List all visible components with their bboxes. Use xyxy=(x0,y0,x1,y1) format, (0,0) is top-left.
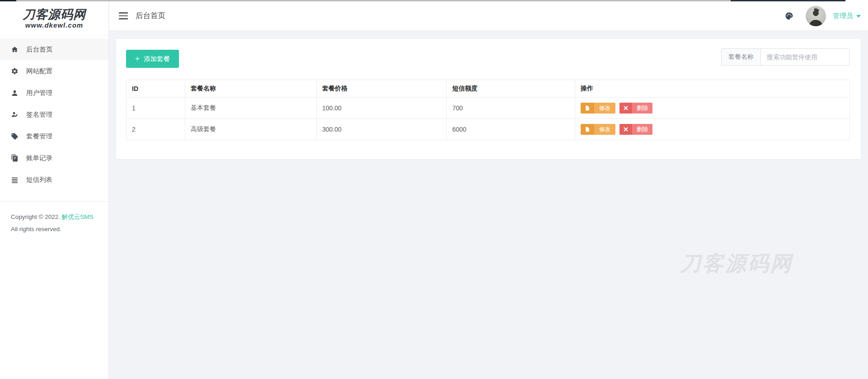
browser-edge-segment xyxy=(0,0,16,1)
sidebar: 刀客源码网 www.dkewl.com 后台首页 网站配置 用户管理 签名管 xyxy=(0,1,109,379)
edit-button[interactable]: 修改 xyxy=(581,103,615,114)
sidebar-item-signatures[interactable]: 签名管理 xyxy=(0,104,108,125)
list-icon xyxy=(10,175,19,184)
home-icon xyxy=(10,45,19,53)
document-icon xyxy=(581,103,594,114)
cell-price: 300.00 xyxy=(317,119,447,140)
add-package-label: 添加套餐 xyxy=(144,55,170,63)
add-package-button[interactable]: + 添加套餐 xyxy=(126,50,179,68)
delete-button-label: 删除 xyxy=(632,124,652,135)
gear-icon xyxy=(10,67,19,75)
delete-button[interactable]: 删除 xyxy=(619,103,652,114)
copyright-suffix: All rights reserved. xyxy=(11,226,61,232)
document-icon xyxy=(581,124,594,135)
edit-button-label: 修改 xyxy=(594,103,615,114)
sidebar-item-site-config[interactable]: 网站配置 xyxy=(0,60,108,82)
plus-icon: + xyxy=(135,54,140,63)
header: 后台首页 管理员 xyxy=(109,1,868,31)
copyright-prefix: Copyright © 2022. xyxy=(11,213,60,220)
main-content: + 添加套餐 套餐名称 ID 套餐名称 套餐价格 短信额度 操作 xyxy=(109,31,868,379)
user-name: 管理员 xyxy=(833,12,853,20)
sidebar-item-label: 后台首页 xyxy=(26,45,52,54)
close-icon xyxy=(619,103,632,114)
table-header-row: ID 套餐名称 套餐价格 短信额度 操作 xyxy=(127,80,850,98)
sidebar-item-label: 短信列表 xyxy=(26,175,52,184)
sidebar-item-label: 套餐管理 xyxy=(26,132,52,141)
edit-button[interactable]: 修改 xyxy=(581,124,615,135)
table-row: 2 高级套餐 300.00 6000 修改 xyxy=(127,119,850,140)
page-title: 后台首页 xyxy=(136,11,165,21)
cell-id: 1 xyxy=(127,98,185,119)
column-header-quota: 短信额度 xyxy=(447,80,575,98)
user-edit-icon xyxy=(10,110,19,118)
header-right: 管理员 xyxy=(783,6,861,26)
sidebar-item-label: 网站配置 xyxy=(26,67,52,76)
sidebar-item-billing[interactable]: 账单记录 xyxy=(0,147,108,169)
search-input[interactable] xyxy=(760,48,849,66)
sidebar-item-sms-list[interactable]: 短信列表 xyxy=(0,169,108,190)
cell-quota: 700 xyxy=(447,98,575,119)
browser-edge xyxy=(0,0,868,1)
browser-edge-segment xyxy=(845,0,868,1)
cell-id: 2 xyxy=(127,119,185,140)
logo-subtitle: www.dkewl.com xyxy=(25,21,83,29)
sidebar-menu: 后台首页 网站配置 用户管理 签名管理 套餐管理 xyxy=(0,36,108,190)
logo-title: 刀客源码网 xyxy=(23,8,86,21)
column-header-id: ID xyxy=(127,80,185,98)
row-actions: 修改 删除 xyxy=(581,103,844,114)
sidebar-item-label: 签名管理 xyxy=(26,110,52,119)
column-header-actions: 操作 xyxy=(575,80,850,98)
hamburger-icon[interactable] xyxy=(119,10,128,21)
watermark-text: 刀客源码网 xyxy=(680,250,793,278)
table-row: 1 基本套餐 100.00 700 修改 xyxy=(127,98,850,119)
column-header-price: 套餐价格 xyxy=(317,80,447,98)
row-actions: 修改 删除 xyxy=(581,124,844,135)
sidebar-item-packages[interactable]: 套餐管理 xyxy=(0,125,108,147)
cell-name: 高级套餐 xyxy=(185,119,317,140)
cell-name: 基本套餐 xyxy=(185,98,317,119)
search-field-label: 套餐名称 xyxy=(721,48,760,66)
sidebar-item-users[interactable]: 用户管理 xyxy=(0,82,108,104)
palette-icon[interactable] xyxy=(783,10,795,22)
close-icon xyxy=(619,124,632,135)
records-icon xyxy=(10,154,19,162)
copyright: Copyright © 2022. 解优云SMS All rights rese… xyxy=(0,202,108,235)
browser-edge-segment xyxy=(731,0,845,1)
caret-down-icon xyxy=(856,15,861,18)
delete-button[interactable]: 删除 xyxy=(619,124,652,135)
logo[interactable]: 刀客源码网 www.dkewl.com xyxy=(0,1,108,36)
user-icon xyxy=(10,89,19,97)
cell-price: 100.00 xyxy=(317,98,447,119)
copyright-link[interactable]: 解优云SMS xyxy=(62,213,94,220)
search-group: 套餐名称 xyxy=(721,48,849,66)
edit-button-label: 修改 xyxy=(594,124,615,135)
column-header-name: 套餐名称 xyxy=(185,80,317,98)
cell-quota: 6000 xyxy=(447,119,575,140)
sidebar-item-label: 用户管理 xyxy=(26,89,52,97)
avatar[interactable] xyxy=(806,6,826,26)
packages-table: ID 套餐名称 套餐价格 短信额度 操作 1 基本套餐 100.00 700 xyxy=(126,80,850,140)
sidebar-item-label: 账单记录 xyxy=(26,154,52,162)
content-card: + 添加套餐 套餐名称 ID 套餐名称 套餐价格 短信额度 操作 xyxy=(116,39,861,159)
tag-icon xyxy=(10,132,19,140)
sidebar-item-dashboard[interactable]: 后台首页 xyxy=(0,38,108,60)
delete-button-label: 删除 xyxy=(632,103,652,114)
user-menu[interactable]: 管理员 xyxy=(833,12,861,20)
